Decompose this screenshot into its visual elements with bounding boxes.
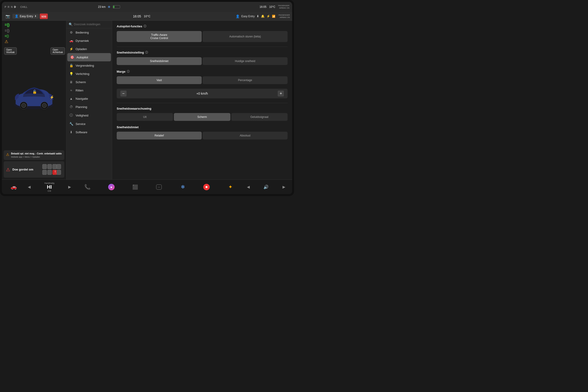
taskbar-next-btn[interactable]: ▶ [64,185,75,189]
phone-icon: 📞 [84,184,90,190]
taskbar-prev-btn[interactable]: ◀ [23,185,35,189]
taskbar-apps-btn[interactable]: ✦ [218,184,242,190]
vast-btn[interactable]: Vast [117,76,202,84]
speed-value-display: +0 km/h [126,92,278,95]
traffic-aware-btn[interactable]: Traffic-Aware Cruise Control [117,31,202,42]
section2-title-text: Snelheidsinstelling [117,51,144,54]
taskbar-record-btn[interactable]: ⏺ [195,184,218,190]
svg-rect-9 [52,164,57,169]
vast-label: Vast [156,78,162,82]
section3-title-text: Marge [117,70,125,73]
top-status-bar: P R N D · CHILL 23 km ❄ 16:05 10°C PASSE… [2,2,292,12]
taskbar-next-track-btn[interactable]: ▶ [278,185,290,189]
warning-sub: Mobiele app > Menu > Opladen [11,156,62,158]
search-bar[interactable]: 🔍 [66,21,112,28]
menu-item-dynamiek[interactable]: 🚗 Dynamiek [66,36,112,45]
signal-icon: 📶 [272,15,275,18]
taskbar-media: Handmatig HI ⊟⊞ [35,182,64,192]
menu-item-ritten[interactable]: ≈ Ritten [66,86,112,94]
warning-title: Betaald opl. niet mog. - Contr. onbetaal… [11,152,62,155]
sos-btn[interactable]: SOS [40,14,48,19]
beam-icon: ≡|) [4,34,9,38]
fan-icon: ❄ [181,184,185,190]
menu-item-vergrendeling[interactable]: 🔒 Vergrendeling [66,61,112,70]
taskbar-stop-btn[interactable]: ⬛ [123,184,147,190]
taskbar-climate-btn[interactable]: ❄ [171,184,195,190]
percentage-btn[interactable]: Percentage [203,76,288,84]
easy-entry-nav[interactable]: 👤 Easy Entry ⬇ [12,14,39,18]
open-voorbak-btn[interactable]: Open Voorbak [4,47,17,55]
geluidssignaal-btn[interactable]: Geluidssignaal [231,113,288,121]
menu-item-verlichting[interactable]: 💡 Verlichting [66,70,112,78]
taskbar-phone-btn[interactable]: 📞 [75,184,99,190]
screen-bezel: P R N D · CHILL 23 km ❄ 16:05 10°C PASSE… [0,0,294,196]
menu-label-software: Software [75,130,87,134]
settings-content: Autopilot-functies ⓘ Traffic-Aware Cruis… [112,21,292,180]
bell-icon: 🔔 [261,14,265,18]
speed-plus-icon: + [280,91,282,96]
relatief-btn[interactable]: Relatief [117,132,202,140]
menu-item-autopilot[interactable]: 🎯 Autopilot [67,53,111,61]
taskbar-car-btn[interactable]: 🚗 [4,184,23,190]
section4-title-text: Snelheidswaarschuwing [117,107,151,110]
taskbar-volume-display: 🔊 [254,184,278,190]
section-title-waarschuwing: Snelheidswaarschuwing [117,107,288,110]
uit-btn[interactable]: Uit [117,113,173,121]
taskbar-purple-btn[interactable]: ● [99,184,123,190]
volume-icon: 🔊 [263,184,268,190]
menu-label-autopilot: Autopilot [76,56,88,59]
menu-item-scherm[interactable]: 🖥 Scherm [66,78,112,86]
uit-label: Uit [143,115,146,118]
svg-rect-11 [42,170,47,175]
menu-label-vergrendeling: Vergrendeling [75,64,94,67]
snelheid-btn-group: Snelheidslimiet Huidige snelheid [117,57,288,65]
sos-label: SOS [41,16,46,18]
open-achterbak-btn[interactable]: Open Achterbak [50,47,65,55]
menu-item-navigatie[interactable]: ▲ Navigatie [66,94,112,103]
camera-icon[interactable]: 📷 [4,14,11,19]
search-input[interactable] [74,23,109,26]
absoluut-btn[interactable]: Absoluut [203,132,288,140]
headlight-off-icon: =|) [4,28,9,33]
absoluut-label: Absoluut [240,134,251,137]
auto-sturen-btn[interactable]: Automatisch sturen (bèta) [203,31,288,42]
main-content: =|) =|) ≡|) ⚠ Open Voorb [2,21,292,180]
huidige-snelheid-btn[interactable]: Huidige snelheid [203,57,288,65]
achterbak-label: Open Achterbak [52,48,63,54]
info-icon-2[interactable]: ⓘ [145,50,148,54]
info-icon-1[interactable]: ⓘ [143,24,146,28]
menu-label-veiligheid: Veiligheid [75,114,88,117]
section1-title-text: Autopilot-functies [117,24,142,28]
menu-item-planning[interactable]: ⏱ Planning [66,103,112,111]
next-icon: ▶ [68,185,71,189]
menu-label-opladen: Opladen [75,47,87,51]
menu-item-veiligheid[interactable]: ⓘ Veiligheid [66,111,112,120]
next-track-icon: ▶ [283,185,285,189]
taskbar-prev-track-btn[interactable]: ◀ [242,185,254,189]
menu-item-software[interactable]: ⬇ Software [66,128,112,136]
section5-title-text: Snelheidslimiet [117,126,138,129]
svg-point-2 [21,103,26,108]
snelheidslimiet-btn[interactable]: Snelheidslimiet [117,57,202,65]
prnd-d: D [14,6,16,8]
menu-icon-planning: ⏱ [69,105,73,109]
taskbar-more-btn[interactable]: ··· [147,184,171,190]
warning-triangle-icon: ⚠ [6,152,9,157]
speed-plus-btn[interactable]: + [278,90,284,96]
autopilot-btn-group: Traffic-Aware Cruise Control Automatisch… [117,31,288,42]
speed-minus-btn[interactable]: − [120,90,126,96]
menu-label-service: Service [75,122,85,126]
svg-text:!: ! [55,170,55,174]
menu-item-bediening[interactable]: ⚙ Bediening [66,28,112,36]
menu-item-opladen[interactable]: ⚡ Opladen [66,45,112,53]
info-icon-3[interactable]: ⓘ [127,70,129,74]
menu-label-bediening: Bediening [75,31,89,34]
headlight-on-icon: =|) [4,22,10,27]
menu-item-service[interactable]: 🔧 Service [66,120,112,128]
snowflake-icon: ❄ [108,5,110,9]
taskbar: 🚗 ◀ Handmatig HI ⊟⊞ ▶ 📞 ● [2,180,292,194]
nav-bar: 📷 👤 Easy Entry ⬇ SOS 16:05 10°C 👤 Easy E… [2,12,292,21]
speed-control: − +0 km/h + [117,89,288,98]
seatbelt-warning-icon: ⚠ [6,167,10,172]
scherm-btn[interactable]: Scherm [174,113,230,121]
